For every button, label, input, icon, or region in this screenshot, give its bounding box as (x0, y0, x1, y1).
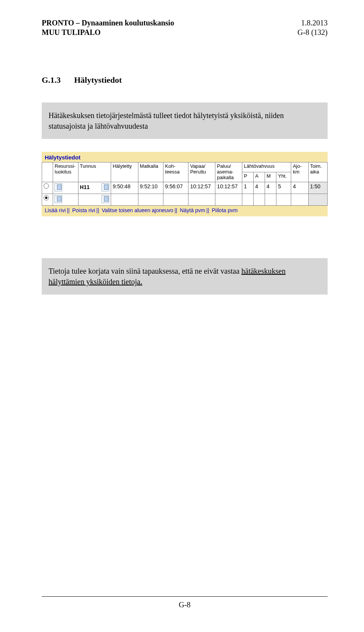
row-radio[interactable] (44, 195, 49, 200)
doc-title-2: MUU TULIPALO (42, 28, 174, 37)
cell-m[interactable]: 4 (265, 182, 276, 194)
alert-data-panel: Hälytystiedot Resurssi- luokitus Tunnus … (42, 152, 328, 216)
resurssi-select[interactable] (55, 195, 62, 203)
cell-kohteessa[interactable] (163, 194, 188, 205)
row-radio[interactable] (44, 183, 49, 189)
tunnus-select[interactable] (102, 195, 109, 203)
section-heading: G.1.3 Hälytystiedot (42, 75, 328, 85)
link-select-other-area[interactable]: Valitse toisen alueen ajoneuvo (102, 207, 173, 213)
cell-ajokm[interactable]: 4 (291, 182, 308, 194)
col-lahtovahvuus: Lähtövahvuus (242, 162, 291, 172)
col-resurssi: Resurssi- luokitus (53, 162, 78, 182)
resurssi-select[interactable] (55, 183, 62, 191)
tunnus-value: H11 (80, 184, 101, 190)
cell-ajokm[interactable] (291, 194, 308, 205)
section-number: G.1.3 (42, 75, 72, 85)
cell-vapaa[interactable]: 10:12:57 (188, 182, 215, 194)
note-text-pre: Tietoja tulee korjata vain siinä tapauks… (49, 267, 242, 275)
col-matkalla: Matkalla (138, 162, 163, 182)
col-toimaika: Toim. aika (308, 162, 327, 182)
page-header: PRONTO – Dynaaminen koulutuskansio MUU T… (42, 18, 328, 37)
doc-pageref: G-8 (132) (298, 28, 328, 37)
cell-paluu[interactable]: 10:12:57 (215, 182, 242, 194)
col-a: A (254, 172, 265, 182)
panel-action-links: Lisää rivi|| Poista rivi|| Valitse toise… (42, 206, 328, 213)
cell-kohteessa[interactable]: 9:56:07 (163, 182, 188, 194)
link-show-date[interactable]: Näytä pvm (180, 207, 205, 213)
cell-paluu[interactable] (215, 194, 242, 205)
section-title-text: Hälytystiedot (74, 75, 122, 85)
cell-toimaika: 1:50 (308, 182, 327, 194)
cell-yht[interactable] (276, 194, 291, 205)
table-row: H11 9:50:48 9:52:10 9:56:07 10:12:57 10:… (42, 182, 328, 194)
col-select (42, 162, 53, 182)
page-footer: G-8 (42, 596, 328, 609)
cell-p[interactable] (242, 194, 254, 205)
col-halytetty: Hälytetty (111, 162, 138, 182)
col-m: M (265, 172, 276, 182)
col-yht: Yht. (276, 172, 291, 182)
cell-matkalla[interactable] (138, 194, 163, 205)
cell-vapaa[interactable] (188, 194, 215, 205)
link-delete-row[interactable]: Poista rivi (72, 207, 95, 213)
cell-a[interactable]: 4 (254, 182, 265, 194)
cell-yht[interactable]: 5 (276, 182, 291, 194)
col-ajokm: Ajo- km (291, 162, 308, 182)
lead-paragraph: Hätäkeskuksen tietojärjestelmästä tullee… (42, 102, 328, 139)
note-paragraph: Tietoja tulee korjata vain siinä tapauks… (42, 258, 328, 295)
cell-p[interactable]: 1 (242, 182, 254, 194)
col-p: P (242, 172, 254, 182)
cell-halytetty[interactable] (111, 194, 138, 205)
doc-title-1: PRONTO – Dynaaminen koulutuskansio (42, 18, 174, 28)
cell-toimaika (308, 194, 327, 205)
link-add-row[interactable]: Lisää rivi (45, 207, 66, 213)
cell-m[interactable] (265, 194, 276, 205)
panel-title: Hälytystiedot (42, 153, 328, 162)
col-paluu: Paluu/ asema- paikalla (215, 162, 242, 182)
link-hide-date[interactable]: Piilota pvm (212, 207, 237, 213)
alert-table: Resurssi- luokitus Tunnus Hälytetty Matk… (42, 162, 328, 206)
col-tunnus: Tunnus (78, 162, 111, 182)
cell-a[interactable] (254, 194, 265, 205)
cell-halytetty[interactable]: 9:50:48 (111, 182, 138, 194)
footer-divider (42, 596, 328, 597)
table-row (42, 194, 328, 205)
doc-date: 1.8.2013 (298, 18, 328, 28)
cell-matkalla[interactable]: 9:52:10 (138, 182, 163, 194)
col-kohteessa: Koh- teessa (163, 162, 188, 182)
footer-page-number: G-8 (42, 600, 328, 609)
col-vapaa: Vapaa/ Peruttu (188, 162, 215, 182)
tunnus-select[interactable] (102, 183, 109, 191)
